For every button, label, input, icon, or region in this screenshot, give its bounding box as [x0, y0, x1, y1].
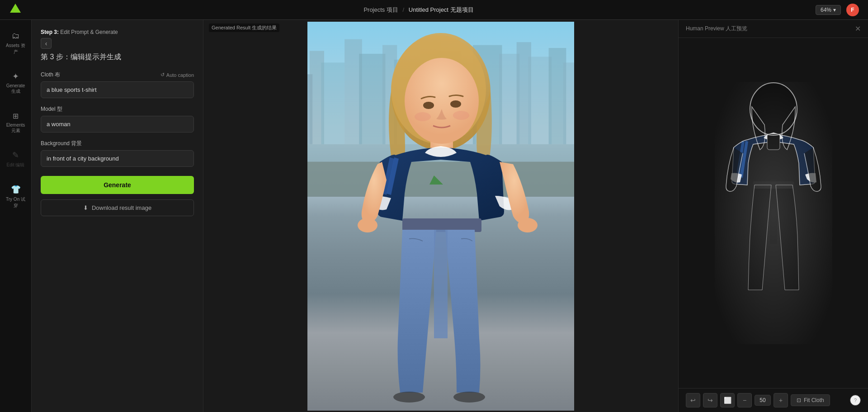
zoom-button[interactable]: 64% ▾: [816, 5, 841, 15]
zoom-value: 50: [755, 395, 771, 406]
eraser-button[interactable]: ⬜: [720, 393, 735, 407]
download-icon: ⬇: [83, 204, 88, 211]
download-button[interactable]: ⬇ Download result image: [41, 199, 194, 216]
edit-icon: ✎: [11, 150, 21, 160]
canvas-area: Generated Result 生成的结果: [203, 20, 868, 412]
edit-panel: Step 3: Edit Prompt & Generate ‹ 第 3 步：编…: [32, 20, 203, 412]
project-name[interactable]: Untitled Project 无题项目: [409, 6, 474, 13]
result-image-container: [203, 20, 678, 412]
svg-rect-34: [434, 230, 448, 338]
step-title-zh: 第 3 步：编辑提示并生成: [41, 52, 194, 62]
svg-point-27: [423, 102, 434, 109]
background-input[interactable]: [41, 150, 194, 167]
back-button[interactable]: ‹: [41, 38, 52, 49]
cloth-label-text: Cloth 布: [41, 71, 60, 79]
svg-point-32: [518, 218, 538, 232]
svg-point-30: [453, 111, 469, 120]
model-field-group: Model 型: [41, 105, 194, 133]
svg-point-36: [453, 392, 485, 403]
model-label-text: Model 型: [41, 105, 62, 113]
human-preview-panel: Human Preview 人工预览 ✕: [678, 20, 868, 412]
fit-cloth-label: Fit Cloth: [804, 397, 824, 403]
undo-button[interactable]: ↩: [686, 393, 700, 407]
human-preview-header: Human Preview 人工预览 ✕: [679, 20, 868, 38]
avatar-letter: F: [851, 7, 854, 13]
download-label: Download result image: [92, 204, 151, 211]
sidebar-item-tryon[interactable]: 👕 Try On 试穿: [2, 181, 29, 213]
background-label: Background 背景: [41, 140, 194, 147]
svg-point-29: [415, 112, 431, 121]
cloth-field-group: Cloth 布 ↺ Auto caption: [41, 71, 194, 98]
topbar: Projects 项目 / Untitled Project 无题项目 64% …: [0, 0, 868, 20]
topbar-logo: [9, 3, 22, 17]
background-field-group: Background 背景: [41, 140, 194, 167]
sidebar-label-edit: Edit 编辑: [6, 162, 24, 168]
zoom-level: 64%: [821, 7, 831, 13]
result-label: Generated Result 生成的结果: [209, 24, 279, 32]
zoom-chevron-icon: ▾: [833, 7, 836, 13]
sidebar: 🗂 Assets 资产 ✦ Generate 生成 ⊞ Elements 元素 …: [0, 20, 32, 412]
main-content: 🗂 Assets 资产 ✦ Generate 生成 ⊞ Elements 元素 …: [0, 20, 868, 412]
sidebar-item-generate[interactable]: ✦ Generate 生成: [2, 68, 29, 98]
fit-cloth-button[interactable]: ⊡ Fit Cloth: [791, 394, 830, 406]
close-button[interactable]: ✕: [855, 24, 861, 33]
background-label-text: Background 背景: [41, 140, 82, 147]
fit-cloth-icon: ⊡: [797, 397, 801, 403]
projects-label[interactable]: Projects 项目: [363, 6, 398, 13]
sidebar-item-elements[interactable]: ⊞ Elements 元素: [2, 107, 29, 137]
human-preview-label: Human Preview 人工预览: [686, 25, 747, 33]
redo-button[interactable]: ↪: [703, 393, 717, 407]
auto-caption-button[interactable]: ↺ Auto caption: [160, 72, 194, 78]
topbar-right: 64% ▾ F: [816, 4, 859, 16]
cloth-input[interactable]: [41, 81, 194, 98]
svg-point-35: [393, 392, 425, 403]
topbar-breadcrumb: Projects 项目 / Untitled Project 无题项目: [363, 6, 473, 14]
mannequin-svg: [715, 82, 832, 344]
generate-button[interactable]: Generate: [41, 176, 194, 194]
cloth-label: Cloth 布 ↺ Auto caption: [41, 71, 194, 79]
sidebar-label-elements: Elements 元素: [6, 123, 26, 134]
help-button[interactable]: ?: [850, 395, 861, 406]
svg-point-31: [358, 218, 377, 232]
auto-caption-label: Auto caption: [166, 72, 194, 78]
result-panel: Generated Result 生成的结果: [203, 20, 678, 412]
tryon-icon: 👕: [11, 185, 21, 194]
svg-point-28: [450, 100, 461, 108]
zoom-in-button[interactable]: +: [774, 393, 788, 407]
model-figure-svg: [307, 22, 574, 411]
generate-icon: ✦: [11, 71, 21, 81]
assets-icon: 🗂: [11, 31, 21, 41]
model-input[interactable]: [41, 116, 194, 133]
human-preview-canvas: [679, 38, 868, 388]
svg-point-26: [405, 58, 479, 144]
toolbar-tools: ↩ ↪ ⬜ − 50 + ⊡ Fit Cloth: [686, 393, 830, 407]
model-label: Model 型: [41, 105, 194, 113]
generate-label: Generate: [104, 181, 131, 189]
svg-marker-0: [10, 4, 21, 13]
sidebar-label-assets: Assets 资产: [6, 43, 26, 55]
step-prefix: Step 3:: [41, 29, 59, 35]
sidebar-label-tryon: Try On 试穿: [6, 196, 26, 209]
step-label: Step 3: Edit Prompt & Generate: [41, 29, 194, 35]
breadcrumb-slash: /: [403, 6, 405, 13]
elements-icon: ⊞: [11, 111, 21, 121]
zoom-out-button[interactable]: −: [737, 393, 752, 407]
step-title-en: Edit Prompt & Generate: [60, 29, 118, 35]
svg-rect-44: [715, 82, 832, 344]
avatar[interactable]: F: [846, 4, 859, 16]
panel-header: Step 3: Edit Prompt & Generate ‹ 第 3 步：编…: [41, 29, 194, 62]
sidebar-item-edit[interactable]: ✎ Edit 编辑: [2, 147, 29, 172]
fashion-model-image: [307, 22, 574, 411]
help-label: ?: [854, 398, 857, 403]
caption-icon: ↺: [160, 72, 165, 78]
bottom-toolbar: ↩ ↪ ⬜ − 50 + ⊡ Fit Cloth ?: [679, 388, 868, 412]
sidebar-label-generate: Generate 生成: [6, 83, 26, 95]
sidebar-item-assets[interactable]: 🗂 Assets 资产: [2, 27, 29, 59]
